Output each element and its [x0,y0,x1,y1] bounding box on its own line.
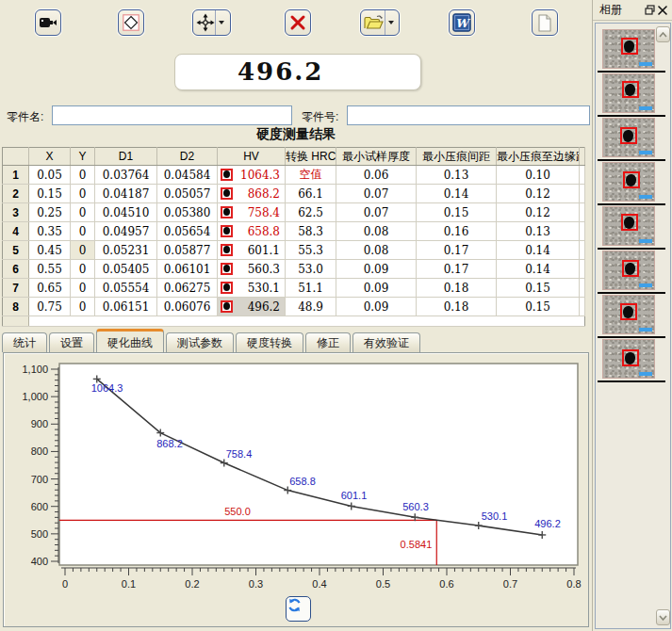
tab-3[interactable]: 硬化曲线 [96,329,164,352]
table-row[interactable]: 60.5500.054050.06101560.353.00.090.170.1… [3,260,585,279]
tab-5[interactable]: 硬度转换 [236,332,303,352]
min-spacing-cell[interactable]: 0.16 [417,222,497,241]
tab-7[interactable]: 有效验证 [352,332,420,352]
hv-cell[interactable]: 658.8 [218,222,286,241]
x-cell[interactable]: 0.45 [29,241,71,260]
tab-1[interactable]: 统计 [2,332,47,352]
results-table[interactable]: XYD1D2HV转换 HRC最小试样厚度最小压痕间距最小压痕至边缘距 10.05… [2,147,585,327]
scroll-down-button[interactable] [656,609,670,625]
d2-cell[interactable]: 0.06275 [157,279,218,298]
row-number-cell[interactable]: 4 [3,222,29,241]
d2-cell[interactable]: 0.04584 [157,166,218,185]
min-edge-cell[interactable]: 0.15 [497,279,580,298]
filler-cell[interactable] [580,203,585,222]
d2-cell[interactable]: 0.06101 [157,260,218,279]
min-thickness-cell[interactable]: 0.09 [336,298,417,316]
table-row[interactable]: 10.0500.037640.045841064.3空值0.060.130.10 [3,166,585,185]
new-document-button[interactable] [532,9,558,36]
indentation-thumbnail[interactable] [602,118,655,157]
x-cell[interactable]: 0.65 [29,279,71,298]
min-edge-cell[interactable]: 0.12 [497,203,580,222]
d1-cell[interactable]: 0.04187 [95,185,157,203]
hv-cell[interactable]: 496.2 [218,298,286,316]
d2-cell[interactable]: 0.05877 [157,241,218,260]
hv-cell[interactable]: 758.4 [218,203,286,222]
y-cell[interactable]: 0 [71,203,95,222]
x-cell[interactable]: 0.05 [29,166,71,185]
hrc-cell[interactable]: 62.5 [286,203,336,222]
y-cell[interactable]: 0 [71,298,95,316]
measure-indent-button[interactable] [118,9,144,36]
row-number-cell[interactable]: 5 [3,241,29,260]
row-number-cell[interactable]: 1 [3,166,29,185]
table-row[interactable]: 20.1500.041870.05057868.266.10.070.140.1… [3,185,585,203]
hrc-cell[interactable]: 58.3 [286,222,336,241]
capture-image-button[interactable] [35,9,61,36]
tab-6[interactable]: 修正 [305,332,351,352]
min-thickness-cell[interactable]: 0.07 [336,203,417,222]
row-number-cell[interactable]: 8 [3,298,29,316]
d1-cell[interactable]: 0.05231 [95,241,157,260]
delete-button[interactable] [285,9,311,36]
filler-cell[interactable] [580,222,585,241]
filler-cell[interactable] [580,166,585,185]
min-spacing-cell[interactable]: 0.14 [417,185,497,203]
tab-4[interactable]: 测试参数 [166,332,234,352]
y-cell[interactable]: 0 [71,185,95,203]
open-file-dropdown[interactable] [385,10,397,35]
filler-cell[interactable] [580,279,585,298]
x-cell[interactable]: 0.75 [29,298,71,316]
row-number-cell[interactable]: 7 [3,279,29,298]
filler-cell[interactable] [580,260,585,279]
x-cell[interactable]: 0.15 [29,185,71,203]
table-row[interactable]: 70.6500.055540.06275530.151.10.090.180.1… [3,279,585,298]
export-word-button[interactable]: W [449,9,475,36]
indentation-thumbnail[interactable] [602,162,655,202]
d2-cell[interactable]: 0.05057 [157,185,218,203]
float-window-icon[interactable] [643,4,656,17]
indentation-thumbnail[interactable] [602,206,655,246]
min-thickness-cell[interactable]: 0.07 [336,185,417,203]
min-thickness-cell[interactable]: 0.06 [336,166,417,185]
row-number-cell[interactable]: 6 [3,260,29,279]
d1-cell[interactable]: 0.05405 [95,260,157,279]
hrc-cell[interactable]: 51.1 [286,279,336,298]
min-spacing-cell[interactable]: 0.17 [417,241,497,260]
filler-cell[interactable] [580,185,585,203]
hrc-cell[interactable]: 53.0 [286,260,336,279]
auto-move-dropdown[interactable] [215,10,227,35]
refresh-chart-button[interactable] [286,596,311,622]
min-thickness-cell[interactable]: 0.08 [336,241,417,260]
min-thickness-cell[interactable]: 0.08 [336,222,417,241]
row-number-cell[interactable]: 2 [3,185,29,203]
hrc-cell[interactable]: 55.3 [286,241,336,260]
auto-move-button[interactable] [192,9,231,36]
min-edge-cell[interactable]: 0.15 [497,298,580,316]
min-spacing-cell[interactable]: 0.18 [417,298,497,316]
hv-cell[interactable]: 530.1 [218,279,286,298]
open-file-button[interactable] [360,9,400,36]
min-edge-cell[interactable]: 0.12 [497,185,580,203]
indentation-thumbnail[interactable] [602,295,655,334]
min-spacing-cell[interactable]: 0.15 [417,203,497,222]
y-cell[interactable]: 0 [71,279,95,298]
x-cell[interactable]: 0.35 [29,222,71,241]
min-edge-cell[interactable]: 0.14 [497,241,580,260]
min-spacing-cell[interactable]: 0.18 [417,279,497,298]
indentation-thumbnail[interactable] [602,29,655,69]
filler-cell[interactable] [580,241,585,260]
filler-cell[interactable] [580,298,585,316]
hv-cell[interactable]: 868.2 [218,185,286,203]
hrc-cell[interactable]: 66.1 [286,185,336,203]
y-cell[interactable]: 0 [71,222,95,241]
min-thickness-cell[interactable]: 0.09 [336,279,417,298]
d1-cell[interactable]: 0.05554 [95,279,157,298]
hv-cell[interactable]: 1064.3 [218,166,286,185]
d2-cell[interactable]: 0.05654 [157,222,218,241]
part-number-input[interactable] [347,105,590,125]
row-number-cell[interactable]: 3 [3,203,29,222]
tab-2[interactable]: 设置 [49,332,94,352]
hrc-cell[interactable]: 空值 [286,166,336,185]
indentation-thumbnail[interactable] [602,73,655,113]
min-edge-cell[interactable]: 0.14 [497,260,580,279]
